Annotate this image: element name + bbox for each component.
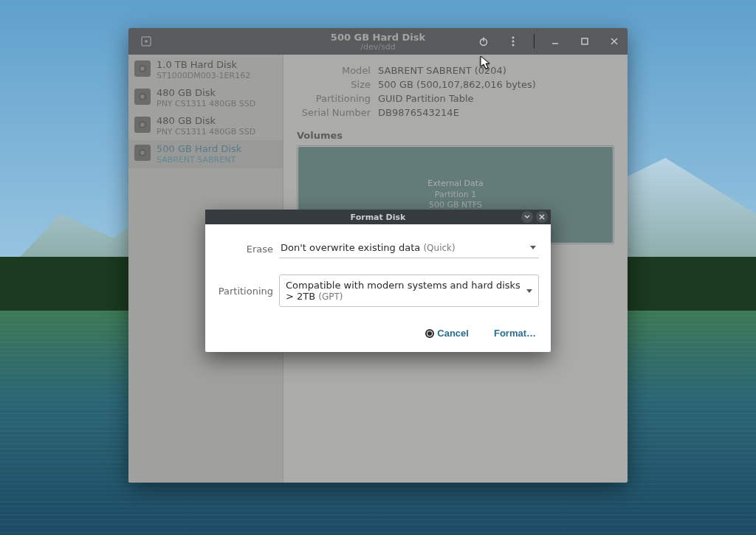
partitioning-combo-label: Partitioning — [217, 286, 279, 297]
dialog-title: Format Disk — [205, 213, 551, 222]
maximize-button[interactable] — [576, 32, 594, 50]
svg-point-5 — [512, 41, 515, 43]
dialog-shade-button[interactable] — [521, 211, 533, 223]
partitioning-combo-hint: (GPT) — [318, 291, 343, 302]
erase-combo-value: Don't overwrite existing data — [281, 242, 423, 253]
svg-point-6 — [512, 44, 515, 46]
power-button[interactable] — [475, 32, 492, 50]
cancel-button[interactable]: Cancel — [422, 326, 472, 340]
format-button[interactable]: Format… — [491, 326, 539, 340]
chevron-down-icon — [530, 246, 536, 249]
focus-ring-icon — [425, 329, 434, 338]
cancel-button-label: Cancel — [437, 328, 469, 339]
minimize-button[interactable] — [546, 32, 564, 50]
headerbar-separator — [534, 34, 535, 49]
erase-label: Erase — [217, 244, 279, 255]
erase-combo-text: Don't overwrite existing data (Quick) — [281, 242, 456, 253]
dialog-close-button[interactable] — [536, 211, 548, 223]
partitioning-combo[interactable]: Compatible with modern systems and hard … — [279, 275, 539, 307]
format-button-label: Format… — [494, 328, 536, 339]
svg-rect-8 — [582, 38, 588, 44]
more-menu-button[interactable] — [504, 32, 522, 50]
svg-point-4 — [512, 37, 515, 39]
erase-combo-hint: (Quick) — [423, 243, 455, 253]
close-button[interactable] — [605, 32, 623, 50]
partitioning-combo-text: Compatible with modern systems and hard … — [286, 280, 526, 302]
chevron-down-icon — [526, 289, 532, 293]
format-disk-dialog: Format Disk Erase Don't overwrite existi… — [205, 210, 551, 352]
dialog-headerbar: Format Disk — [205, 210, 551, 224]
erase-combo[interactable]: Don't overwrite existing data (Quick) — [279, 239, 539, 258]
